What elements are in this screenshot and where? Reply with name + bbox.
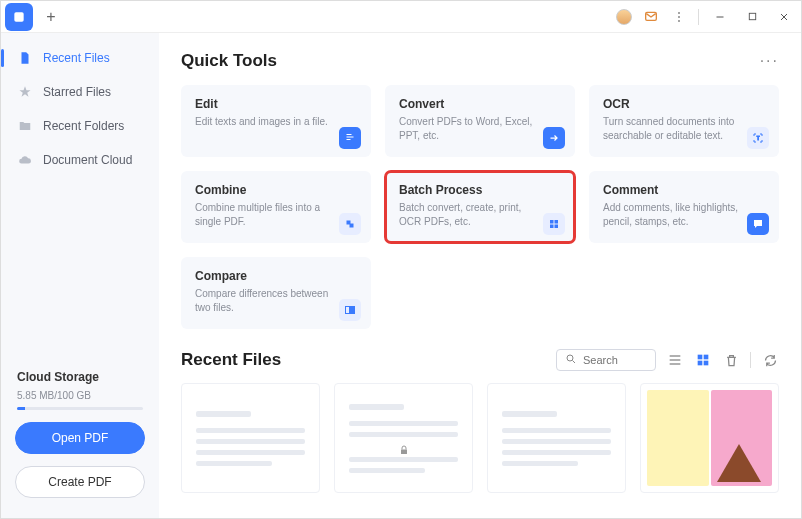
tool-title: Convert xyxy=(399,97,561,111)
svg-rect-30 xyxy=(401,449,407,454)
tool-convert[interactable]: Convert Convert PDFs to Word, Excel, PPT… xyxy=(385,85,575,157)
tool-desc: Edit texts and images in a file. xyxy=(195,115,335,129)
svg-point-21 xyxy=(567,355,573,361)
create-pdf-button[interactable]: Create PDF xyxy=(15,466,145,498)
svg-rect-15 xyxy=(550,220,554,224)
svg-rect-17 xyxy=(550,225,554,229)
recent-files-grid xyxy=(181,383,779,493)
sidebar-item-label: Recent Files xyxy=(43,51,110,65)
svg-text:T: T xyxy=(757,136,760,141)
svg-rect-16 xyxy=(555,220,559,224)
main-content: Quick Tools ··· Edit Edit texts and imag… xyxy=(159,33,801,518)
file-card-thumbnail[interactable] xyxy=(640,383,779,493)
svg-rect-10 xyxy=(347,137,354,138)
sidebar: Recent Files Starred Files Recent Folder… xyxy=(1,33,159,518)
app-body: Recent Files Starred Files Recent Folder… xyxy=(1,33,801,518)
tool-desc: Combine multiple files into a single PDF… xyxy=(195,201,335,228)
recent-files-toolbar xyxy=(556,349,779,371)
convert-icon xyxy=(543,127,565,149)
tool-title: OCR xyxy=(603,97,765,111)
search-input[interactable] xyxy=(583,354,647,366)
document-icon xyxy=(17,50,33,66)
sidebar-item-starred-files[interactable]: Starred Files xyxy=(1,75,159,109)
search-box[interactable] xyxy=(556,349,656,371)
tool-comment[interactable]: Comment Add comments, like highlights, p… xyxy=(589,171,779,243)
notifications-icon[interactable] xyxy=(642,8,660,26)
cloud-icon xyxy=(17,152,33,168)
new-tab-button[interactable]: + xyxy=(37,3,65,31)
kebab-menu-icon[interactable] xyxy=(670,8,688,26)
tool-title: Comment xyxy=(603,183,765,197)
svg-rect-29 xyxy=(704,361,709,366)
svg-rect-6 xyxy=(749,13,755,19)
svg-rect-27 xyxy=(704,355,709,360)
svg-rect-19 xyxy=(346,307,350,314)
search-icon xyxy=(565,351,577,369)
app-logo[interactable] xyxy=(5,3,33,31)
tool-title: Edit xyxy=(195,97,357,111)
file-card-locked[interactable] xyxy=(334,383,473,493)
maximize-button[interactable] xyxy=(741,6,763,28)
tool-desc: Turn scanned documents into searchable o… xyxy=(603,115,743,142)
cloud-storage-panel: Cloud Storage 5.85 MB/100 GB xyxy=(1,370,159,416)
refresh-icon[interactable] xyxy=(761,351,779,369)
tool-combine[interactable]: Combine Combine multiple files into a si… xyxy=(181,171,371,243)
svg-rect-20 xyxy=(351,307,355,314)
close-button[interactable] xyxy=(773,6,795,28)
sidebar-item-recent-files[interactable]: Recent Files xyxy=(1,41,159,75)
batch-icon xyxy=(543,213,565,235)
svg-rect-26 xyxy=(698,355,703,360)
tool-desc: Convert PDFs to Word, Excel, PPT, etc. xyxy=(399,115,539,142)
svg-rect-14 xyxy=(350,224,354,228)
sidebar-item-label: Recent Folders xyxy=(43,119,124,133)
tool-compare[interactable]: Compare Compare differences between two … xyxy=(181,257,371,329)
tool-desc: Compare differences between two files. xyxy=(195,287,335,314)
storage-usage: 5.85 MB/100 GB xyxy=(17,390,143,401)
avatar[interactable] xyxy=(616,9,632,25)
tool-title: Compare xyxy=(195,269,357,283)
compare-icon xyxy=(339,299,361,321)
open-pdf-button[interactable]: Open PDF xyxy=(15,422,145,454)
lock-icon xyxy=(398,442,410,454)
recent-files-title: Recent Files xyxy=(181,350,281,370)
tab-strip: + xyxy=(1,1,65,32)
tool-edit[interactable]: Edit Edit texts and images in a file. xyxy=(181,85,371,157)
grid-view-icon[interactable] xyxy=(694,351,712,369)
minimize-button[interactable] xyxy=(709,6,731,28)
titlebar: + xyxy=(1,1,801,33)
edit-icon xyxy=(339,127,361,149)
svg-point-3 xyxy=(678,16,680,18)
svg-rect-9 xyxy=(347,134,352,135)
svg-rect-28 xyxy=(698,361,703,366)
svg-rect-0 xyxy=(14,12,23,21)
tool-ocr[interactable]: OCR Turn scanned documents into searchab… xyxy=(589,85,779,157)
titlebar-actions xyxy=(616,6,795,28)
svg-rect-18 xyxy=(555,225,559,229)
sidebar-item-recent-folders[interactable]: Recent Folders xyxy=(1,109,159,143)
svg-point-4 xyxy=(678,20,680,22)
folder-icon xyxy=(17,118,33,134)
sidebar-item-label: Starred Files xyxy=(43,85,111,99)
combine-icon xyxy=(339,213,361,235)
tool-title: Batch Process xyxy=(399,183,561,197)
svg-point-2 xyxy=(678,11,680,13)
sidebar-item-document-cloud[interactable]: Document Cloud xyxy=(1,143,159,177)
svg-rect-11 xyxy=(347,139,351,140)
quick-tools-title: Quick Tools xyxy=(181,51,277,71)
storage-bar xyxy=(17,407,143,410)
file-card[interactable] xyxy=(181,383,320,493)
tool-desc: Batch convert, create, print, OCR PDFs, … xyxy=(399,201,539,228)
quick-tools-grid: Edit Edit texts and images in a file. Co… xyxy=(181,85,779,329)
tool-batch-process[interactable]: Batch Process Batch convert, create, pri… xyxy=(385,171,575,243)
divider xyxy=(698,9,699,25)
list-view-icon[interactable] xyxy=(666,351,684,369)
svg-line-22 xyxy=(573,361,576,364)
star-icon xyxy=(17,84,33,100)
delete-icon[interactable] xyxy=(722,351,740,369)
sidebar-item-label: Document Cloud xyxy=(43,153,132,167)
quick-tools-more-icon[interactable]: ··· xyxy=(760,52,779,70)
storage-title: Cloud Storage xyxy=(17,370,143,384)
tool-desc: Add comments, like highlights, pencil, s… xyxy=(603,201,743,228)
app-window: + Recent Files xyxy=(0,0,802,519)
file-card[interactable] xyxy=(487,383,626,493)
